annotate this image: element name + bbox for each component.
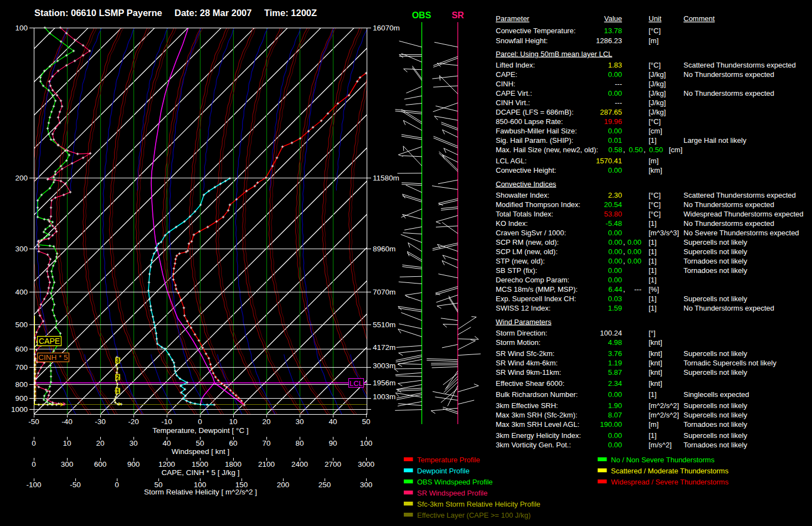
svg-text:4.98: 4.98 <box>608 338 622 347</box>
svg-text:50: 50 <box>196 439 204 447</box>
svg-text:[1]: [1] <box>649 136 656 145</box>
svg-text:Storm Direction:: Storm Direction: <box>496 329 547 337</box>
svg-text:[1]: [1] <box>649 247 656 256</box>
svg-text:20: 20 <box>262 417 270 426</box>
svg-text:53.80: 53.80 <box>604 210 622 218</box>
svg-text:[%]: [%] <box>649 285 659 293</box>
svg-text:Storm Motion:: Storm Motion: <box>496 338 541 347</box>
svg-text:Derecho Comp Param:: Derecho Comp Param: <box>496 276 569 284</box>
svg-text:SR Wind 4km-6km:: SR Wind 4km-6km: <box>496 359 558 367</box>
svg-text:LCL: LCL <box>350 379 363 388</box>
svg-text:[J/kg]: [J/kg] <box>649 108 666 116</box>
svg-text:Temperature, Dewpoint [ °C ]: Temperature, Dewpoint [ °C ] <box>152 426 248 435</box>
svg-text:1286.23: 1286.23 <box>596 37 622 45</box>
svg-text:0.00: 0.00 <box>608 257 622 265</box>
svg-text:Tornadic Supercells not likely: Tornadic Supercells not likely <box>683 359 777 367</box>
svg-text:Effective Shear 6000:: Effective Shear 6000: <box>496 379 564 388</box>
svg-text:70: 70 <box>262 439 270 447</box>
svg-text:Supercells not likely: Supercells not likely <box>683 411 747 419</box>
svg-text:SCP LM (new, old):: SCP LM (new, old): <box>496 247 558 256</box>
svg-text:[°C]: [°C] <box>649 61 661 69</box>
svg-text:Storm Relative Helicity [ m^2: Storm Relative Helicity [ m^2/s^2 ] <box>144 488 257 496</box>
svg-text:CINH * 5: CINH * 5 <box>38 353 68 362</box>
svg-text:600: 600 <box>94 460 107 468</box>
svg-text:1570.41: 1570.41 <box>596 157 622 165</box>
svg-text:Supercells not likely: Supercells not likely <box>683 247 747 256</box>
svg-text:[1]: [1] <box>649 266 656 275</box>
svg-text:5.87: 5.87 <box>608 368 622 377</box>
svg-text:No Thunderstorms expected: No Thunderstorms expected <box>683 70 774 79</box>
svg-text:[1]: [1] <box>649 304 656 312</box>
svg-text:30: 30 <box>295 417 304 426</box>
svg-text:1800: 1800 <box>225 460 241 468</box>
svg-text:3003m: 3003m <box>373 362 395 370</box>
svg-text:0.00: 0.00 <box>608 441 622 449</box>
svg-text:100: 100 <box>360 439 373 447</box>
svg-text:1.83: 1.83 <box>608 61 622 69</box>
svg-text:0.00: 0.00 <box>608 70 622 79</box>
svg-text:[J/kg]: [J/kg] <box>649 99 666 107</box>
svg-text:[1]: [1] <box>649 431 656 440</box>
svg-text:300: 300 <box>15 245 28 253</box>
svg-text:0: 0 <box>198 417 202 426</box>
svg-text:[1]: [1] <box>649 295 656 303</box>
svg-text:3km Vorticity Gen. Pot.:: 3km Vorticity Gen. Pot.: <box>496 441 571 449</box>
svg-text:Temperature Profile: Temperature Profile <box>417 456 480 464</box>
svg-text:Widespread / Severe Thundersto: Widespread / Severe Thunderstorms <box>611 478 729 486</box>
svg-text:287.65: 287.65 <box>600 108 622 116</box>
svg-text:-100: -100 <box>26 481 41 489</box>
svg-text:Comment: Comment <box>683 14 715 23</box>
svg-text:0.00: 0.00 <box>608 127 622 135</box>
svg-text:[m^3/s^3]: [m^3/s^3] <box>649 229 679 237</box>
svg-text:7070m: 7070m <box>373 288 395 296</box>
svg-text:LCL AGL:: LCL AGL: <box>496 157 527 165</box>
svg-text:[1]: [1] <box>649 276 656 284</box>
svg-text:Sfc-3km Storm Relative Helicit: Sfc-3km Storm Relative Helicity Profile <box>417 500 541 508</box>
svg-text:0: 0 <box>115 481 119 489</box>
svg-text:No Thunderstorms expected: No Thunderstorms expected <box>683 304 774 312</box>
svg-text:10: 10 <box>63 439 71 447</box>
svg-text:0.00: 0.00 <box>628 257 641 265</box>
svg-text:50: 50 <box>362 417 370 426</box>
svg-text:Showalter Index:: Showalter Index: <box>496 191 549 199</box>
svg-text:0.00: 0.00 <box>608 266 622 275</box>
svg-text:Sig. Hail Param. (SHIP):: Sig. Hail Param. (SHIP): <box>496 136 573 145</box>
svg-text:No Thunderstorms expected: No Thunderstorms expected <box>683 219 774 228</box>
svg-text:11580m: 11580m <box>373 174 399 182</box>
svg-text:Lifted Index:: Lifted Index: <box>496 61 535 69</box>
svg-text:Tornadoes not likely: Tornadoes not likely <box>683 420 747 429</box>
svg-text:Convective Height:: Convective Height: <box>496 166 556 174</box>
svg-text:-10: -10 <box>161 417 172 426</box>
svg-text:CAPE: CAPE <box>39 337 60 345</box>
svg-text:-50: -50 <box>70 481 81 489</box>
svg-text:90: 90 <box>328 439 337 447</box>
svg-text:-40: -40 <box>61 417 73 426</box>
svg-text:Singlecells expected: Singlecells expected <box>683 390 749 399</box>
svg-text:[cm]: [cm] <box>649 127 662 135</box>
svg-text:Fawbush-Miller Hail Size:: Fawbush-Miller Hail Size: <box>496 127 577 135</box>
svg-text:300: 300 <box>61 460 74 468</box>
svg-text:2: 2 <box>116 374 120 380</box>
svg-text:1.59: 1.59 <box>608 304 622 312</box>
svg-text:[km]: [km] <box>649 166 662 174</box>
svg-text:[m]: [m] <box>649 157 659 165</box>
svg-text:3km Energy Helicity Index:: 3km Energy Helicity Index: <box>496 431 581 440</box>
svg-text:,: , <box>623 238 625 246</box>
svg-text:Tornadoes not likely: Tornadoes not likely <box>683 257 747 265</box>
svg-text:0.00: 0.00 <box>608 229 622 237</box>
svg-text:Supercells not likely: Supercells not likely <box>683 431 747 440</box>
svg-text:[°C]: [°C] <box>649 117 661 126</box>
svg-text:3: 3 <box>116 358 120 364</box>
svg-text:,: , <box>623 146 625 154</box>
svg-text:Supercells not likely: Supercells not likely <box>683 238 747 246</box>
svg-text:5510m: 5510m <box>373 321 395 329</box>
svg-text:Craven SigSvr / 1000:: Craven SigSvr / 1000: <box>496 229 566 237</box>
svg-text:[m/s^2]: [m/s^2] <box>649 441 672 449</box>
svg-text:---: --- <box>615 99 622 107</box>
svg-text:Convective Indices: Convective Indices <box>496 180 557 188</box>
svg-text:[knt]: [knt] <box>649 349 662 358</box>
svg-text:850-600 Lapse Rate:: 850-600 Lapse Rate: <box>496 117 563 126</box>
svg-text:1500: 1500 <box>192 460 208 468</box>
svg-text:SR Wind Sfc-2km:: SR Wind Sfc-2km: <box>496 349 554 358</box>
svg-text:3km Effective SRH:: 3km Effective SRH: <box>496 401 558 410</box>
